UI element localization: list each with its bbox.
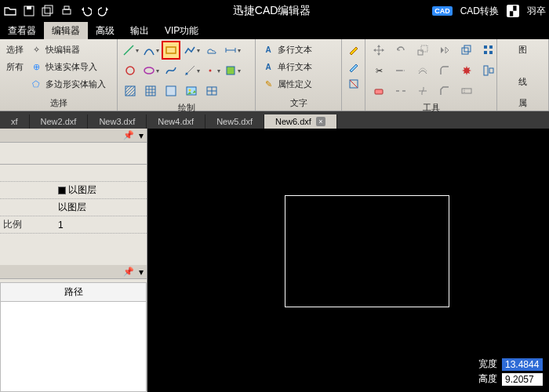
point-tool-icon[interactable]: ▾ (202, 61, 221, 80)
properties-panel: 📌▾ 以图层 以图层 比例1 📌▾ 路径 (0, 129, 147, 392)
join-tool-icon[interactable] (413, 82, 433, 100)
hatch2-icon[interactable] (141, 82, 160, 100)
tab-vip[interactable]: VIP功能 (157, 22, 206, 39)
hatch1-icon[interactable] (121, 82, 140, 100)
partial-img[interactable]: 图 (518, 44, 527, 56)
ellipse-tool-icon[interactable]: ▾ (141, 61, 160, 80)
svg-rect-5 (64, 6, 69, 9)
pin-icon-2[interactable]: 📌 (123, 267, 134, 277)
table-tool-icon[interactable] (202, 82, 221, 100)
erase-tool-icon[interactable] (369, 82, 389, 100)
hatch3-icon[interactable] (162, 82, 180, 100)
tab-output[interactable]: 输出 (122, 22, 157, 39)
doc-tab-2[interactable]: New3.dxf (88, 114, 147, 129)
menu-bar: 查看器 编辑器 高级 输出 VIP功能 (0, 22, 549, 39)
polyline-tool-icon[interactable]: ▾ (182, 41, 201, 60)
svg-rect-16 (227, 67, 235, 74)
edit-tool1-icon[interactable] (347, 41, 360, 58)
spline-tool-icon[interactable] (162, 61, 180, 80)
wand-icon: ✧ (30, 43, 42, 56)
redo-icon[interactable] (97, 4, 111, 18)
save-icon[interactable] (22, 4, 36, 18)
undo-icon[interactable] (78, 4, 93, 18)
doc-tab-5[interactable]: New6.dxf× (264, 114, 337, 129)
btn-polyinput[interactable]: ⬠多边形实体输入 (27, 75, 109, 93)
edit-tool2-icon[interactable] (347, 58, 360, 75)
image-tool-icon[interactable] (182, 82, 201, 100)
tab-advanced[interactable]: 高级 (88, 22, 122, 39)
dimension-tool-icon[interactable]: ▾ (223, 41, 242, 60)
align-tool-icon[interactable] (478, 61, 499, 80)
svg-rect-29 (418, 50, 423, 55)
btn-quickedit[interactable]: ✧快编辑器 (27, 41, 109, 58)
svg-rect-7 (166, 47, 176, 53)
svg-rect-3 (45, 5, 53, 13)
btn-all[interactable]: 所有 (3, 58, 27, 75)
array-tool-icon[interactable] (478, 41, 499, 60)
move-tool-icon[interactable] (369, 41, 389, 60)
dimension-readout: 宽度13.4844 高度9.2057 (478, 356, 543, 386)
rotate-tool-icon[interactable] (391, 41, 411, 60)
chamfer-tool-icon[interactable] (434, 82, 455, 100)
copy-tool-icon[interactable] (456, 41, 477, 60)
stretch-tool-icon[interactable] (456, 82, 477, 100)
drawn-rectangle[interactable] (285, 195, 449, 307)
open-icon[interactable] (3, 4, 17, 18)
svg-line-26 (350, 80, 358, 88)
btn-choose[interactable]: 选择 (3, 41, 27, 58)
fillet-tool-icon[interactable] (434, 61, 455, 80)
svg-rect-44 (462, 89, 471, 93)
saveall-icon[interactable] (41, 4, 55, 18)
extend-tool-icon[interactable] (391, 61, 411, 80)
btn-multiline-text[interactable]: A多行文本 (259, 41, 338, 58)
group-text-label: 文字 (259, 96, 338, 111)
svg-point-14 (185, 73, 187, 75)
scale-tool-icon[interactable] (413, 41, 433, 60)
block-tool-icon[interactable]: ▾ (223, 61, 242, 80)
stext-icon: A (262, 60, 274, 73)
edit-tool3-icon[interactable] (347, 75, 360, 93)
height-value[interactable]: 9.2057 (502, 373, 543, 386)
tab-viewer[interactable]: 查看器 (0, 22, 44, 39)
mirror-tool-icon[interactable] (434, 41, 455, 60)
btn-attr-def[interactable]: ✎属性定义 (259, 75, 338, 93)
trim-tool-icon[interactable]: ✂ (369, 61, 389, 80)
partial-line[interactable]: 线 (518, 76, 527, 88)
cad-convert-link[interactable]: CAD转换 (460, 5, 499, 18)
svg-rect-19 (166, 86, 176, 96)
btn-fastimport[interactable]: ⊕快速实体导入 (27, 58, 109, 75)
print-icon[interactable] (60, 4, 74, 18)
tab-editor[interactable]: 编辑器 (44, 22, 88, 39)
circle-tool-icon[interactable] (121, 61, 140, 80)
prop-val-scale[interactable]: 1 (55, 220, 147, 230)
panel-menu-icon-2[interactable]: ▾ (139, 267, 144, 278)
cloud-tool-icon[interactable] (202, 41, 221, 60)
doc-tab-3[interactable]: New4.dxf (147, 114, 205, 129)
tools-grid: ✂ (369, 41, 499, 100)
pin-icon[interactable]: 📌 (123, 130, 134, 140)
width-value[interactable]: 13.4844 (502, 358, 543, 371)
offset-tool-icon[interactable] (413, 61, 433, 80)
user-icon[interactable]: ▞ (507, 5, 519, 17)
btn-singleline-text[interactable]: A单行文本 (259, 58, 338, 75)
svg-rect-18 (146, 86, 155, 96)
line-tool-icon[interactable]: ▾ (121, 41, 140, 60)
arc-tool-icon[interactable]: ▾ (141, 41, 160, 60)
panel-menu-icon[interactable]: ▾ (139, 130, 144, 141)
close-tab-icon[interactable]: × (316, 117, 325, 126)
doc-tab-4[interactable]: New5.dxf (205, 114, 264, 129)
svg-rect-32 (464, 45, 471, 52)
explode-tool-icon[interactable] (456, 61, 477, 80)
title-bar: 迅捷CAD编辑器 CAD CAD转换 ▞ 羽卒 (0, 0, 549, 22)
prop-val-3[interactable]: 以图层 (55, 201, 147, 214)
prop-val-2[interactable]: 以图层 (55, 183, 147, 197)
username[interactable]: 羽卒 (527, 5, 546, 18)
rectangle-tool-icon[interactable] (162, 41, 180, 60)
doc-tab-1[interactable]: New2.dxf (30, 114, 89, 129)
path-header[interactable]: 路径 (0, 282, 147, 302)
break-tool-icon[interactable] (391, 82, 411, 100)
ray-tool-icon[interactable]: ▾ (182, 61, 201, 80)
drawing-canvas[interactable]: 宽度13.4844 高度9.2057 (147, 129, 549, 392)
doc-tab-0[interactable]: xf (0, 114, 30, 129)
attr-icon: ✎ (262, 78, 274, 90)
